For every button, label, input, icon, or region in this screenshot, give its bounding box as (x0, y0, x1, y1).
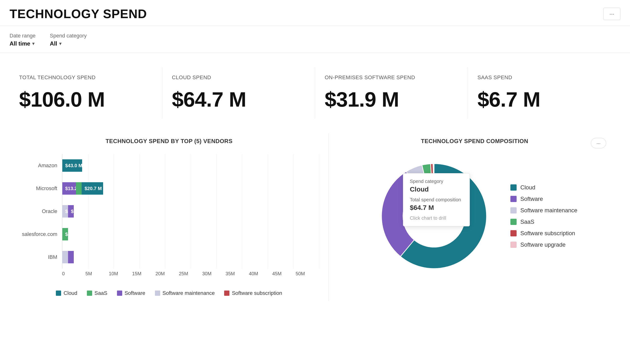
date-range-chevron: ▾ (32, 41, 34, 46)
pie-legend-item: Software (510, 196, 578, 202)
y-label: Microsoft (19, 185, 57, 192)
legend-label: Software maintenance (162, 290, 215, 296)
kpi-section: TOTAL TECHNOLOGY SPEND $106.0 M CLOUD SP… (0, 53, 630, 128)
charts-section: TECHNOLOGY SPEND BY TOP (5) VENDORS Amaz… (0, 128, 630, 311)
spend-category-label: Spend category (50, 33, 87, 39)
pie-legend-label: Software subscription (520, 230, 575, 237)
x-label: 10M (109, 271, 132, 277)
kpi-value-1: $64.7 M (172, 87, 305, 112)
pie-tooltip: Spend category Cloud Total spend composi… (403, 173, 470, 226)
bar-segment[interactable]: $20.7 M (82, 182, 103, 195)
filters-bar: Date range All time ▾ Spend category All… (0, 26, 630, 53)
bar-segments: $43.0 M (62, 159, 85, 172)
page-title: TECHNOLOGY SPEND (10, 7, 147, 21)
legend-dot (87, 291, 92, 296)
x-label: 40M (249, 271, 272, 277)
bar-row: $13.2 M$20.7 M (62, 177, 319, 200)
grid-line (319, 154, 319, 269)
legend-item: Software maintenance (155, 290, 215, 296)
pie-legend-label: Software upgrade (520, 241, 566, 248)
pie-legend-item: Software subscription (510, 230, 578, 237)
x-axis: 05M10M15M20M25M30M35M40M45M50M (62, 269, 319, 277)
x-label: 45M (272, 271, 296, 277)
pie-legend-dot (510, 184, 516, 191)
y-label: salesforce.com (19, 231, 57, 237)
pie-legend-item: Software maintenance (510, 207, 578, 214)
legend-item: Software subscription (224, 290, 282, 296)
legend-label: Cloud (64, 290, 77, 296)
x-label: 50M (296, 271, 319, 277)
pie-chart[interactable]: $64.7 M Spend category Cloud Total spend… (338, 154, 611, 278)
pie-legend: Cloud Software Software maintenance SaaS… (510, 184, 578, 248)
bar-row: $4.2 M (62, 223, 319, 246)
x-label: 0 (62, 271, 86, 277)
kpi-label-2: ON-PREMISES SOFTWARE SPEND (325, 74, 458, 81)
bar-segments: $4.2 M (62, 228, 82, 240)
y-label: IBM (19, 254, 57, 260)
bar-segment[interactable] (76, 182, 82, 195)
pie-legend-item: Software upgrade (510, 241, 578, 248)
bar-segment[interactable] (62, 251, 68, 263)
kpi-value-0: $106.0 M (19, 87, 152, 112)
date-range-filter: Date range All time ▾ (10, 33, 36, 47)
pie-legend-label: Cloud (520, 184, 536, 191)
kpi-card-2: ON-PREMISES SOFTWARE SPEND $31.9 M (315, 67, 468, 119)
y-label: Amazon (19, 162, 57, 169)
x-label: 30M (202, 271, 226, 277)
y-axis: AmazonMicrosoftOraclesalesforce.comIBM (19, 154, 62, 269)
header-more-button[interactable]: ··· (603, 8, 620, 20)
bar-segment[interactable]: $43.0 M (62, 159, 82, 172)
pie-legend-dot (510, 219, 516, 225)
bar-chart[interactable]: AmazonMicrosoftOraclesalesforce.comIBM$4… (19, 154, 319, 283)
pie-legend-label: Software maintenance (520, 207, 578, 214)
kpi-card-3: SAAS SPEND $6.7 M (468, 67, 620, 119)
x-label: 20M (156, 271, 179, 277)
tooltip-category-label: Spend category (410, 179, 463, 184)
legend-dot (117, 291, 122, 296)
spend-category-value: All (50, 40, 57, 47)
pie-legend-item: SaaS (510, 219, 578, 225)
pie-legend-dot (510, 242, 516, 248)
pie-chart-container: ··· TECHNOLOGY SPEND COMPOSITION $64.7 M… (329, 133, 620, 301)
spend-category-filter: Spend category All ▾ (50, 33, 87, 47)
legend-item: Software (117, 290, 146, 296)
tooltip-spend-value: $64.7 M (410, 204, 463, 212)
date-range-dropdown[interactable]: All time ▾ (10, 40, 36, 47)
chart-more-button[interactable]: ··· (591, 138, 606, 148)
x-label: 35M (226, 271, 249, 277)
legend-label: SaaS (94, 290, 108, 296)
bar-segment[interactable]: $4.2 M (62, 228, 68, 240)
kpi-value-3: $6.7 M (478, 87, 611, 112)
bar-chart-container: TECHNOLOGY SPEND BY TOP (5) VENDORS Amaz… (10, 133, 329, 301)
bar-segment[interactable]: $6.5 M (68, 205, 74, 218)
page-header: TECHNOLOGY SPEND ··· (0, 0, 630, 26)
x-label: 15M (132, 271, 156, 277)
bar-segment[interactable] (68, 251, 74, 263)
bars-area: $43.0 M$13.2 M$20.7 M$4.7 M$6.5 M$4.2 M (62, 154, 319, 269)
spend-category-dropdown[interactable]: All ▾ (50, 40, 87, 47)
pie-chart-title: TECHNOLOGY SPEND COMPOSITION (338, 138, 611, 145)
kpi-label-1: CLOUD SPEND (172, 74, 305, 81)
legend-label: Software subscription (232, 290, 282, 296)
pie-legend-dot (510, 230, 516, 236)
bar-segment[interactable]: $4.7 M (62, 205, 68, 218)
bar-segments (62, 251, 74, 263)
bar-row: $43.0 M (62, 154, 319, 177)
pie-svg-wrapper: $64.7 M Spend category Cloud Total spend… (372, 154, 496, 278)
bar-segments: $13.2 M$20.7 M (62, 182, 114, 195)
kpi-label-3: SAAS SPEND (478, 74, 611, 81)
tooltip-category-value: Cloud (410, 186, 463, 193)
bar-chart-legend: Cloud SaaS Software Software maintenance… (19, 290, 319, 296)
pie-legend-label: SaaS (520, 219, 534, 225)
pie-legend-dot (510, 196, 516, 202)
legend-item: Cloud (56, 290, 77, 296)
bar-chart-inner: AmazonMicrosoftOraclesalesforce.comIBM$4… (19, 154, 319, 269)
bar-row (62, 246, 319, 269)
pie-legend-label: Software (520, 196, 543, 202)
y-label: Oracle (19, 208, 57, 214)
bar-segment[interactable]: $13.2 M (62, 182, 76, 195)
date-range-label: Date range (10, 33, 36, 39)
pie-legend-dot (510, 207, 516, 214)
legend-item: SaaS (87, 290, 108, 296)
bar-segments: $4.7 M$6.5 M (62, 205, 103, 218)
